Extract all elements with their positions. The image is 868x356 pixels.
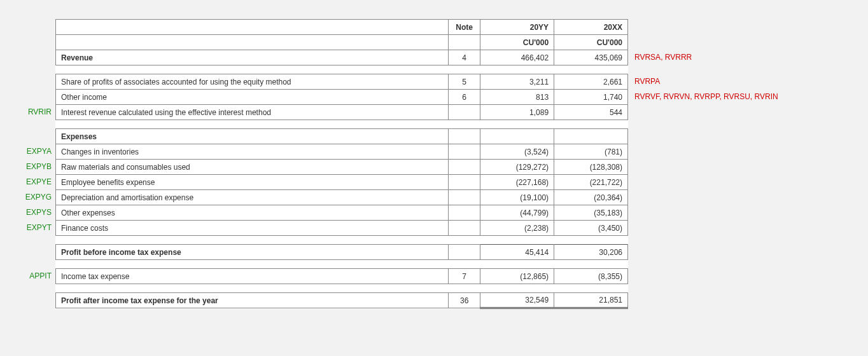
table-row: Profit after income tax expense for the … [56,293,628,308]
table-row: Expenses [56,129,628,144]
row-value-yy: (2,238) [480,221,554,236]
left-code-tag [7,244,52,259]
header-year-yy: 20YY [480,20,554,35]
row-description: Changes in inventories [56,144,449,160]
left-tags-column: RVRIREXPYAEXPYBEXPYEEXPYGEXPYSEXPYTAPPIT [7,19,52,309]
table-row: Profit before income tax expense45,41430… [56,245,628,260]
table-body: Revenue4466,402435,069Share of profits o… [56,50,628,308]
row-value-yy [480,129,554,144]
left-code-tag [7,89,52,104]
row-value-yy: (19,100) [480,190,554,205]
header-year-xx: 20XX [554,20,628,35]
left-code-tag [7,292,52,308]
gap-row [56,65,628,74]
row-value-xx: 1,740 [554,90,628,105]
left-code-tag: RVRIR [7,104,52,120]
header-unit-yy: CU'000 [480,35,554,50]
header-blank [56,20,449,35]
table-row: Revenue4466,402435,069 [56,50,628,65]
row-description: Other income [56,90,449,105]
gap-row [56,260,628,269]
row-value-xx: (781) [554,144,628,160]
table-row: Other expenses(44,799)(35,183) [56,205,628,221]
row-note: 5 [449,74,480,90]
left-code-tag: EXPYT [7,220,52,235]
header-unit-xx: CU'000 [554,35,628,50]
right-code-tag [632,128,861,144]
row-value-xx [554,129,628,144]
financial-statement: RVRIREXPYAEXPYBEXPYEEXPYGEXPYSEXPYTAPPIT… [0,19,868,309]
row-note: 36 [449,293,480,308]
row-value-yy: (129,272) [480,160,554,175]
left-code-tag: EXPYA [7,144,52,159]
left-code-tag [7,128,52,144]
row-note [449,129,480,144]
left-code-tag: APPIT [7,268,52,284]
header-note: Note [449,20,480,35]
row-value-yy: 3,211 [480,74,554,90]
right-tags-column: RVRSA, RVRRRRVRPARVRVF, RVRVN, RVRPP, RV… [632,19,861,309]
table-row: Raw materials and consumables used(129,2… [56,160,628,175]
row-note: 4 [449,50,480,65]
right-code-tag [632,104,861,120]
row-value-xx: (128,308) [554,160,628,175]
left-code-tag: EXPYS [7,205,52,220]
row-value-xx: (8,355) [554,269,628,284]
row-note [449,190,480,205]
gap-row [56,120,628,129]
row-note: 7 [449,269,480,284]
right-code-tag [632,159,861,174]
header-row-1: Note 20YY 20XX [56,20,628,35]
row-description: Depreciation and amortisation expense [56,190,449,205]
row-value-xx: (221,722) [554,175,628,190]
row-description: Expenses [56,129,449,144]
row-value-xx: (3,450) [554,221,628,236]
right-code-tag: RVRVF, RVRVN, RVRPP, RVRSU, RVRIN [632,89,861,104]
row-value-yy: 45,414 [480,245,554,260]
row-description: Profit before income tax expense [56,245,449,260]
table-row: Share of profits of associates accounted… [56,74,628,90]
header-blank-2 [56,35,449,50]
row-note [449,144,480,160]
right-code-tag [632,220,861,235]
right-code-tag: RVRPA [632,74,861,89]
row-description: Revenue [56,50,449,65]
row-note [449,245,480,260]
header-note-blank [449,35,480,50]
table-row: Employee benefits expense(227,168)(221,7… [56,175,628,190]
row-description: Interest revenue calculated using the ef… [56,105,449,120]
left-code-tag [7,74,52,89]
right-code-tag [632,292,861,308]
row-value-xx: 21,851 [554,293,628,308]
right-code-tag [632,174,861,189]
row-description: Income tax expense [56,269,449,284]
row-note [449,221,480,236]
row-value-yy: (227,168) [480,175,554,190]
right-code-tag: RVRSA, RVRRR [632,50,861,65]
header-row-2: CU'000 CU'000 [56,35,628,50]
left-code-tag: EXPYG [7,189,52,205]
left-code-tag: EXPYE [7,174,52,189]
row-description: Raw materials and consumables used [56,160,449,175]
table-row: Changes in inventories(3,524)(781) [56,144,628,160]
row-description: Finance costs [56,221,449,236]
row-value-yy: (3,524) [480,144,554,160]
row-description: Employee benefits expense [56,175,449,190]
row-note [449,105,480,120]
row-value-xx: 435,069 [554,50,628,65]
table-row: Other income68131,740 [56,90,628,105]
right-code-tag [632,268,861,284]
right-code-tag [632,205,861,220]
row-value-yy: 813 [480,90,554,105]
row-description: Profit after income tax expense for the … [56,293,449,308]
income-statement-table: Note 20YY 20XX CU'000 CU'000 Revenue4466… [55,19,628,309]
row-value-xx: 30,206 [554,245,628,260]
table-row: Interest revenue calculated using the ef… [56,105,628,120]
table-row: Income tax expense7(12,865)(8,355) [56,269,628,284]
row-value-yy: (12,865) [480,269,554,284]
table-column: Note 20YY 20XX CU'000 CU'000 Revenue4466… [55,19,628,309]
row-value-xx: (35,183) [554,205,628,221]
row-note [449,160,480,175]
row-value-yy: 32,549 [480,293,554,308]
layout-grid: RVRIREXPYAEXPYBEXPYEEXPYGEXPYSEXPYTAPPIT… [7,19,861,309]
